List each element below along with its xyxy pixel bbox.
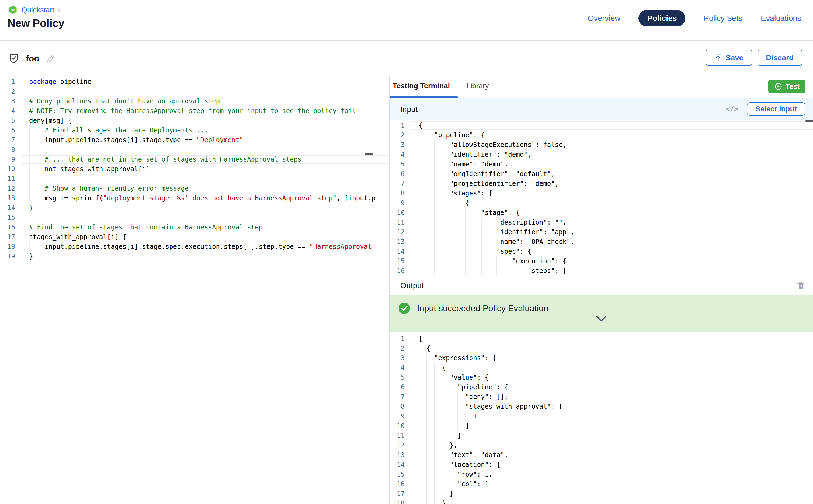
page-title: New Policy bbox=[8, 17, 64, 30]
code-line[interactable]: 2"pipeline": { bbox=[389, 130, 813, 140]
line-number: 5 bbox=[389, 159, 411, 169]
chevron-down-icon[interactable] bbox=[594, 314, 608, 324]
line-number: 8 bbox=[0, 145, 22, 155]
code-line[interactable]: 2 bbox=[0, 87, 389, 96]
breadcrumb-project-link[interactable]: Quickstart bbox=[22, 6, 54, 14]
output-section-header: Output bbox=[389, 275, 813, 295]
discard-button[interactable]: Discard bbox=[757, 50, 802, 66]
code-line[interactable]: 11} bbox=[389, 431, 813, 440]
code-view-icon[interactable]: </> bbox=[726, 105, 738, 113]
tab-library[interactable]: Library bbox=[467, 82, 489, 90]
line-number: 1 bbox=[389, 121, 411, 130]
code-line[interactable]: 19} bbox=[0, 251, 389, 261]
code-line[interactable]: 8"stages_with_approval": [ bbox=[389, 402, 813, 411]
code-line[interactable]: 10not stages_with_approval[i] bbox=[0, 164, 389, 174]
code-line[interactable]: 3# Deny pipelines that don't have an app… bbox=[0, 96, 389, 106]
code-line[interactable]: 17} bbox=[389, 489, 813, 499]
policy-code-pane: 1package pipeline23# Deny pipelines that… bbox=[0, 76, 389, 504]
code-line[interactable]: 5"value": { bbox=[389, 373, 813, 382]
input-json-editor[interactable]: 1{2"pipeline": {3"allowStageExecutions":… bbox=[389, 120, 813, 275]
code-line[interactable]: 8 bbox=[0, 145, 389, 155]
code-line[interactable]: 4{ bbox=[389, 363, 813, 373]
nav-tab-policies[interactable]: Policies bbox=[639, 10, 686, 26]
nav-tab-evaluations[interactable]: Evaluations bbox=[761, 14, 801, 23]
editor-overview-marker[interactable] bbox=[365, 153, 373, 155]
code-line[interactable]: 11 bbox=[0, 174, 389, 184]
tab-testing-terminal[interactable]: Testing Terminal bbox=[393, 82, 450, 90]
code-line[interactable]: 13"name": "OPA check", bbox=[389, 237, 813, 247]
output-json-editor[interactable]: 1[2{3"expressions": [4{5"value": {6"pipe… bbox=[389, 332, 813, 504]
line-number: 4 bbox=[389, 363, 411, 373]
success-message: Input succeeded Policy Evaluation bbox=[417, 303, 548, 313]
line-number: 6 bbox=[0, 125, 22, 135]
code-line[interactable]: 16"col": 1 bbox=[389, 479, 813, 489]
test-button[interactable]: Test bbox=[768, 80, 805, 93]
code-line[interactable]: 10] bbox=[389, 421, 813, 431]
code-line[interactable]: 5deny[msg] { bbox=[0, 116, 389, 125]
line-number: 7 bbox=[0, 135, 22, 145]
code-line[interactable]: 14"spec": { bbox=[389, 247, 813, 256]
code-line[interactable]: 15"execution": { bbox=[389, 256, 813, 266]
line-number: 14 bbox=[0, 203, 22, 213]
input-section-header: Input </> Select Input bbox=[389, 98, 813, 120]
code-line[interactable]: 14} bbox=[0, 203, 389, 213]
code-line[interactable]: 2{ bbox=[389, 344, 813, 353]
code-line[interactable]: 3"expressions": [ bbox=[389, 353, 813, 363]
pencil-icon[interactable] bbox=[46, 53, 56, 64]
line-number: 16 bbox=[0, 222, 22, 232]
code-line[interactable]: 7input.pipeline.stages[i].stage.type == … bbox=[0, 135, 389, 145]
save-button-label: Save bbox=[726, 53, 743, 62]
nav-tab-overview[interactable]: Overview bbox=[588, 14, 620, 23]
breadcrumb-separator: › bbox=[58, 6, 61, 14]
editor-overview-marker[interactable] bbox=[805, 120, 813, 122]
code-line[interactable]: 12}, bbox=[389, 440, 813, 450]
code-line[interactable]: 11"description": "", bbox=[389, 218, 813, 227]
line-number: 15 bbox=[0, 213, 22, 222]
code-line[interactable]: 6"orgIdentifier": "default", bbox=[389, 169, 813, 179]
line-number: 11 bbox=[389, 218, 411, 227]
code-line[interactable]: 91 bbox=[389, 411, 813, 421]
nav-tab-policy-sets[interactable]: Policy Sets bbox=[704, 14, 742, 23]
code-line[interactable]: 13msg := sprintf("deployment stage '%s' … bbox=[0, 193, 389, 203]
rego-editor[interactable]: 1package pipeline23# Deny pipelines that… bbox=[0, 76, 389, 504]
code-line[interactable]: 12# Show a human-friendly error message bbox=[0, 184, 389, 193]
line-number: 2 bbox=[389, 344, 411, 353]
code-line[interactable]: 6# Find all stages that are Deployments … bbox=[0, 125, 389, 135]
code-line[interactable]: 1{ bbox=[389, 121, 813, 130]
code-line[interactable]: 18} bbox=[389, 499, 813, 504]
line-number: 8 bbox=[389, 188, 411, 198]
trash-icon[interactable] bbox=[796, 281, 805, 290]
code-line[interactable]: 15 bbox=[0, 213, 389, 222]
line-number: 7 bbox=[389, 392, 411, 402]
code-line[interactable]: 5"name": "demo", bbox=[389, 159, 813, 169]
code-line[interactable]: 8"stages": [ bbox=[389, 188, 813, 198]
code-line[interactable]: 14"location": { bbox=[389, 460, 813, 470]
code-line[interactable]: 4"identifier": "demo", bbox=[389, 150, 813, 159]
save-button[interactable]: Save bbox=[706, 50, 752, 66]
select-input-button[interactable]: Select Input bbox=[747, 102, 805, 116]
code-line[interactable]: 16# Find the set of stages that contain … bbox=[0, 222, 389, 232]
code-line[interactable]: 12"identifier": "app", bbox=[389, 227, 813, 237]
line-number: 9 bbox=[0, 155, 22, 164]
test-button-label: Test bbox=[786, 82, 800, 90]
code-line[interactable]: 10"stage": { bbox=[389, 208, 813, 218]
line-number: 1 bbox=[0, 77, 22, 87]
code-line[interactable]: 9{ bbox=[389, 198, 813, 208]
line-number: 10 bbox=[389, 421, 411, 431]
line-number: 12 bbox=[0, 184, 22, 193]
code-line[interactable]: 9# ... that are not in the set of stages… bbox=[0, 155, 389, 164]
code-line[interactable]: 7"projectIdentifier": "demo", bbox=[389, 179, 813, 188]
code-line[interactable]: 3"allowStageExecutions": false, bbox=[389, 140, 813, 150]
line-number: 13 bbox=[389, 450, 411, 460]
code-line[interactable]: 1[ bbox=[389, 334, 813, 344]
code-line[interactable]: 6"pipeline": { bbox=[389, 382, 813, 392]
line-number: 9 bbox=[389, 198, 411, 208]
code-line[interactable]: 7"deny": [], bbox=[389, 392, 813, 402]
code-line[interactable]: 4# NOTE: Try removing the HarnessApprova… bbox=[0, 106, 389, 116]
code-line[interactable]: 13"text": "data", bbox=[389, 450, 813, 460]
code-line[interactable]: 17stages_with_approval[i] { bbox=[0, 232, 389, 242]
code-line[interactable]: 16"steps": [ bbox=[389, 266, 813, 275]
code-line[interactable]: 15"row": 1, bbox=[389, 470, 813, 479]
code-line[interactable]: 18input.pipeline.stages[i].stage.spec.ex… bbox=[0, 242, 389, 251]
code-line[interactable]: 1package pipeline bbox=[0, 77, 389, 87]
